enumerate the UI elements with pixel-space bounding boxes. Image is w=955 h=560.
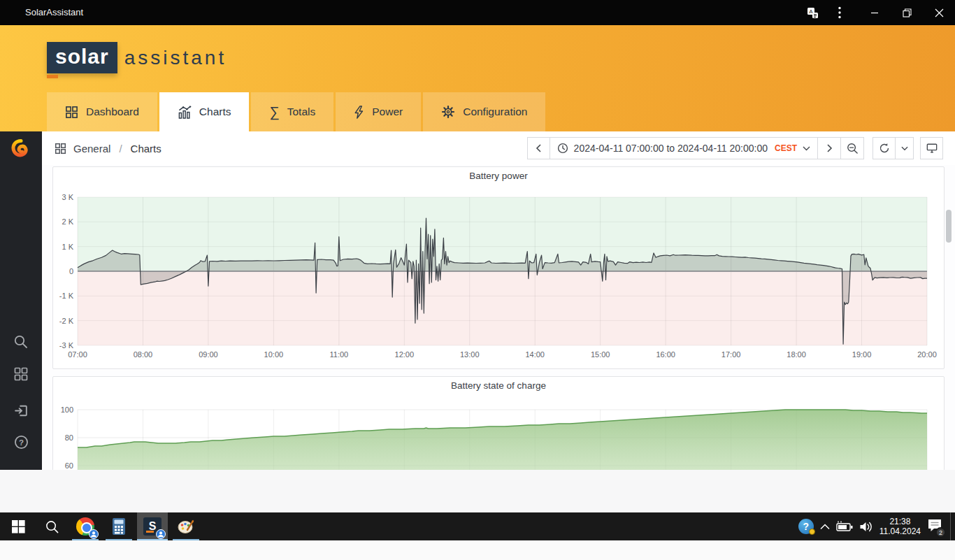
tick-label: 08:00 <box>134 350 153 359</box>
clock-icon <box>557 143 568 154</box>
restore-icon <box>903 8 912 17</box>
app-header: solar assistant Dashboard Charts <box>0 25 955 131</box>
sigma-icon: ∑ <box>269 104 279 120</box>
svg-text:?: ? <box>18 438 23 447</box>
browser-menu-icon[interactable] <box>828 0 852 25</box>
tick-label: 11:00 <box>329 350 348 359</box>
profile-badge-icon <box>89 529 99 539</box>
time-toolbar: 2024-04-11 07:00:00 to 2024-04-11 20:00:… <box>527 137 943 159</box>
tray-help-icon[interactable]: ? <box>798 519 814 534</box>
time-range-text: 2024-04-11 07:00:00 to 2024-04-11 20:00:… <box>574 143 768 154</box>
time-range-picker[interactable]: 2024-04-11 07:00:00 to 2024-04-11 20:00:… <box>550 137 818 159</box>
battery-power-icon[interactable] <box>836 521 853 532</box>
minimize-button[interactable] <box>859 0 891 25</box>
tick-label: -3 K <box>59 341 74 350</box>
caret-down-icon <box>901 146 908 151</box>
taskbar-search-button[interactable] <box>36 512 67 540</box>
solarassistant-logo: solar assistant <box>47 42 227 73</box>
tick-label: 20:00 <box>917 350 937 359</box>
warning-badge <box>809 529 815 535</box>
tab-totals[interactable]: ∑ Totals <box>251 92 333 131</box>
windows-taskbar: S ? 21:38 11.04.20 <box>0 512 955 540</box>
help-icon[interactable]: ? <box>0 434 42 450</box>
calculator-icon <box>111 517 127 536</box>
battery-power-chart-canvas[interactable]: 07:0008:0009:0010:0011:0012:0013:0014:00… <box>53 167 944 368</box>
profile-badge-icon <box>156 529 166 539</box>
tick-label: 12:00 <box>395 350 415 359</box>
breadcrumb: General / Charts <box>55 131 161 165</box>
grafana-content: General / Charts 2024-04-11 07:00:00 to … <box>42 131 955 470</box>
kebab-menu-icon <box>838 6 841 19</box>
time-shift-back-button[interactable] <box>527 137 550 159</box>
system-tray: ? 21:38 11.04.2024 2 <box>798 512 951 540</box>
refresh-interval-dropdown[interactable] <box>896 137 914 159</box>
dashboards-icon[interactable] <box>0 366 42 382</box>
tab-configuration[interactable]: Configuration <box>423 92 545 131</box>
tick-label: 0 <box>69 267 73 275</box>
caret-down-icon <box>803 146 810 151</box>
app-window-content: ? General / Charts <box>0 131 955 470</box>
tab-label: Totals <box>287 106 316 118</box>
logo-accent-notch <box>47 75 58 78</box>
scrollbar-thumb[interactable] <box>946 210 952 243</box>
tick-label: 2 K <box>62 217 73 226</box>
breadcrumb-separator: / <box>117 143 123 155</box>
search-icon <box>45 519 59 534</box>
grafana-logo-icon[interactable] <box>0 138 42 161</box>
tab-charts[interactable]: Charts <box>159 92 250 131</box>
kiosk-mode-button[interactable] <box>920 137 943 159</box>
windows-logo-icon <box>12 520 25 533</box>
battery-soc-chart-canvas[interactable]: 1008060 <box>53 377 944 470</box>
paint-palette-icon <box>177 517 195 536</box>
main-nav-tabs: Dashboard Charts ∑ Totals Power <box>47 92 545 131</box>
show-desktop-button[interactable] <box>950 512 951 540</box>
hidden-icons-chevron[interactable] <box>820 524 830 530</box>
tick-label: 18:00 <box>787 350 806 359</box>
tick-label: 10:00 <box>264 350 284 359</box>
start-button[interactable] <box>3 512 34 540</box>
time-shift-forward-button[interactable] <box>818 137 841 159</box>
clock-time: 21:38 <box>879 517 921 526</box>
breadcrumb-bar: General / Charts 2024-04-11 07:00:00 to … <box>42 131 955 165</box>
taskbar-paint-button[interactable] <box>171 512 201 540</box>
search-icon[interactable] <box>0 334 42 350</box>
tab-power[interactable]: Power <box>336 92 421 131</box>
tick-label: 1 K <box>62 243 73 251</box>
close-button[interactable] <box>923 0 955 25</box>
tick-label: -1 K <box>59 292 74 300</box>
translate-icon[interactable]: A <box>800 0 825 25</box>
grafana-sidebar: ? <box>0 131 42 470</box>
taskbar-calculator-button[interactable] <box>103 512 134 540</box>
restore-button[interactable] <box>891 0 923 25</box>
chevron-left-icon <box>536 144 542 152</box>
tick-label: 3 K <box>62 193 73 201</box>
taskbar-solarassistant-button[interactable]: S <box>137 512 168 540</box>
taskbar-chrome-button[interactable] <box>70 512 101 540</box>
grafana-logo-icon <box>10 138 32 161</box>
action-center-button[interactable]: 2 <box>927 518 942 535</box>
tick-label: 14:00 <box>525 350 545 359</box>
volume-icon[interactable] <box>859 521 873 533</box>
tick-label: 13:00 <box>460 350 480 359</box>
breadcrumb-section[interactable]: General <box>73 143 110 155</box>
tick-label: 16:00 <box>656 350 675 359</box>
refresh-button[interactable] <box>873 137 896 159</box>
breadcrumb-page[interactable]: Charts <box>131 143 161 155</box>
window-titlebar: SolarAssistant A <box>0 0 955 25</box>
search-icon <box>13 334 29 350</box>
tick-label: 17:00 <box>721 350 741 359</box>
taskbar-clock[interactable]: 21:38 11.04.2024 <box>879 517 921 536</box>
desktop-background <box>0 470 955 512</box>
tick-label: 80 <box>65 433 73 442</box>
zoom-out-button[interactable] <box>841 137 864 159</box>
gear-icon <box>441 105 455 119</box>
sign-in-icon <box>13 403 29 419</box>
tick-label: 07:00 <box>68 350 87 359</box>
tick-label: 09:00 <box>199 350 218 359</box>
sign-in-icon[interactable] <box>0 403 42 419</box>
battery-soc-panel: Battery state of charge 1008060 <box>52 376 945 470</box>
refresh-icon <box>879 143 890 154</box>
tab-dashboard[interactable]: Dashboard <box>47 92 157 131</box>
monitor-icon <box>926 143 938 154</box>
chevron-right-icon <box>826 144 833 152</box>
